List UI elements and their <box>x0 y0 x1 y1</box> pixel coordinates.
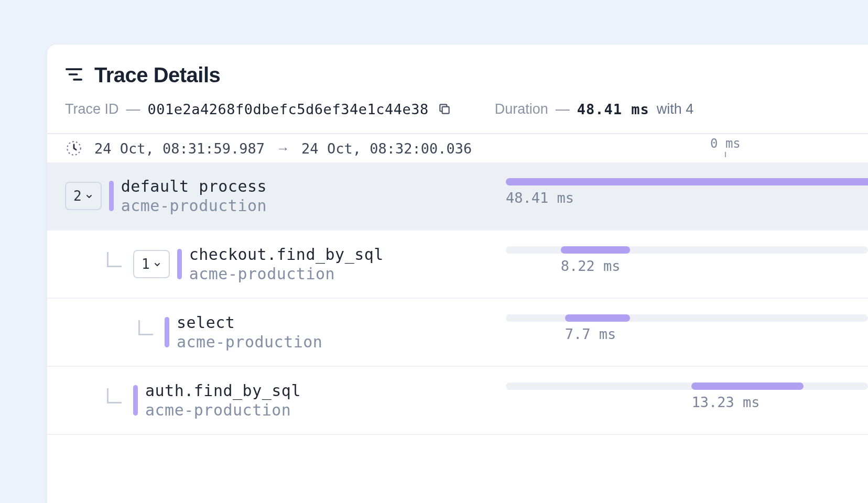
timeline-bar <box>691 382 803 390</box>
span-row[interactable]: 2default processacme-production48.41 ms <box>47 162 868 231</box>
span-duration: 7.7 ms <box>565 326 616 342</box>
axis-tick-label: 0 ms <box>710 136 741 151</box>
span-timeline: 48.41 ms <box>506 172 868 220</box>
arrow-right-icon: → <box>276 140 290 157</box>
tree-elbow-icon <box>103 252 126 276</box>
span-duration: 48.41 ms <box>506 190 574 206</box>
expand-count-button[interactable]: 2 <box>65 182 102 210</box>
span-left: 1checkout.find_by_sqlacme-production <box>47 240 506 288</box>
span-marker <box>177 249 182 279</box>
copy-button[interactable] <box>436 101 453 117</box>
timeline-track <box>506 382 868 390</box>
span-name: default process <box>121 177 267 195</box>
span-name: checkout.find_by_sql <box>189 245 384 264</box>
span-service: acme-production <box>177 333 322 351</box>
clock-icon <box>65 139 83 157</box>
trace-id-group: Trace ID — 001e2a4268f0dbefc5d6ef34e1c44… <box>65 101 453 117</box>
span-name: auth.find_by_sql <box>145 381 301 400</box>
span-row[interactable]: selectacme-production7.7 ms <box>47 299 868 367</box>
meta-row: Trace ID — 001e2a4268f0dbefc5d6ef34e1c44… <box>47 91 868 133</box>
caret-down-icon <box>85 188 93 204</box>
span-marker <box>133 385 138 415</box>
span-labels: auth.find_by_sqlacme-production <box>145 381 301 419</box>
trace-icon <box>65 65 83 85</box>
child-count: 2 <box>73 188 82 204</box>
timeline-bar <box>561 246 630 254</box>
axis-tick-0: 0 ms <box>710 136 741 166</box>
span-timeline: 8.22 ms <box>506 240 868 288</box>
span-labels: default processacme-production <box>121 177 267 215</box>
span-service: acme-production <box>121 196 267 215</box>
time-range-bar: 24 Oct, 08:31:59.987 → 24 Oct, 08:32:00.… <box>47 133 868 162</box>
span-marker <box>165 317 169 347</box>
span-left: auth.find_by_sqlacme-production <box>47 376 506 424</box>
timeline-bar <box>506 178 868 185</box>
span-duration: 13.23 ms <box>691 394 760 410</box>
timeline-bar <box>565 314 630 322</box>
span-row[interactable]: 1checkout.find_by_sqlacme-production8.22… <box>47 231 868 299</box>
trace-details-panel: Trace Details Trace ID — 001e2a4268f0dbe… <box>47 45 868 503</box>
duration-label: Duration <box>495 101 548 117</box>
span-timeline: 13.23 ms <box>506 376 868 424</box>
svg-rect-3 <box>442 107 449 114</box>
time-end: 24 Oct, 08:32:00.036 <box>301 140 472 157</box>
span-labels: selectacme-production <box>177 313 322 351</box>
span-left: selectacme-production <box>47 308 506 356</box>
span-marker <box>109 181 114 211</box>
child-count: 1 <box>142 256 150 272</box>
span-left: 2default processacme-production <box>47 172 506 220</box>
span-labels: checkout.find_by_sqlacme-production <box>189 245 384 283</box>
duration-group: Duration — 48.41 ms with 4 <box>495 101 694 117</box>
header: Trace Details <box>47 45 868 91</box>
expand-count-button[interactable]: 1 <box>133 250 170 278</box>
span-list: 2default processacme-production48.41 ms1… <box>47 162 868 435</box>
span-timeline: 7.7 ms <box>506 308 868 356</box>
tree-elbow-icon <box>103 388 126 412</box>
page-title: Trace Details <box>94 63 220 87</box>
span-service: acme-production <box>145 401 301 419</box>
trace-id-value: 001e2a4268f0dbefc5d6ef34e1c44e38 <box>148 101 429 117</box>
duration-value: 48.41 ms <box>577 101 649 117</box>
trace-id-label: Trace ID <box>65 101 119 117</box>
span-duration: 8.22 ms <box>561 258 621 274</box>
duration-suffix: with 4 <box>657 101 694 117</box>
span-row[interactable]: auth.find_by_sqlacme-production13.23 ms <box>47 367 868 435</box>
timeline-track <box>506 246 868 254</box>
caret-down-icon <box>153 256 161 272</box>
dash: — <box>556 101 570 117</box>
span-service: acme-production <box>189 265 384 283</box>
tree-elbow-icon <box>134 320 157 344</box>
span-name: select <box>177 313 322 332</box>
time-start: 24 Oct, 08:31:59.987 <box>94 140 265 157</box>
timeline-track <box>506 314 868 322</box>
dash: — <box>126 101 140 117</box>
